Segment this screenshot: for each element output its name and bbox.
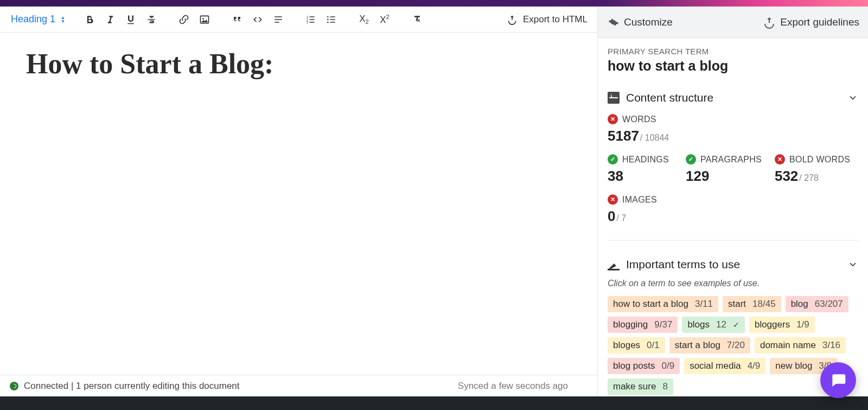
svg-point-7	[327, 21, 329, 23]
heading-style-label: Heading 1	[11, 14, 55, 25]
connection-status-icon	[10, 382, 18, 390]
term-name: how to start a blog	[613, 299, 688, 310]
paragraphs-label: ✓ PARAGRAPHS	[686, 154, 762, 165]
subscript-button[interactable]: X2	[355, 10, 373, 29]
image-button[interactable]	[195, 10, 214, 29]
export-guidelines-label: Export guidelines	[780, 16, 859, 28]
image-icon	[199, 14, 210, 25]
term-chip[interactable]: bloges0/1	[608, 337, 665, 354]
chevron-down-icon	[847, 92, 858, 103]
bottom-strip	[0, 396, 868, 410]
terms-hint: Click on a term to see examples of use.	[608, 279, 858, 288]
bold-value: 532/ 278	[775, 168, 850, 185]
updown-icon: ▲▼	[61, 16, 65, 23]
term-name: bloges	[613, 340, 640, 351]
superscript-button[interactable]: X2	[375, 10, 394, 29]
term-ratio: 8	[662, 381, 667, 392]
term-name: social media	[690, 361, 741, 371]
term-chip[interactable]: bloggers1/9	[749, 317, 815, 333]
structure-icon	[608, 92, 620, 104]
chat-icon	[829, 371, 847, 389]
important-terms-toggle[interactable]: Important terms to use	[608, 258, 858, 271]
words-label: ✕ WORDS	[608, 114, 858, 124]
images-label: ✕ IMAGES	[608, 194, 858, 205]
words-value: 5187/ 10844	[608, 128, 858, 144]
bold-button[interactable]	[80, 10, 99, 29]
svg-point-6	[327, 18, 329, 20]
term-name: blogs	[687, 319, 710, 330]
editor-toolbar: Heading 1 ▲▼ 123 X2 X2	[0, 7, 597, 33]
term-ratio: 0/9	[662, 361, 675, 371]
document-body[interactable]: How to Start a Blog:	[0, 33, 597, 375]
editor-pane: Heading 1 ▲▼ 123 X2 X2	[0, 7, 598, 396]
term-name: blogging	[613, 319, 648, 330]
content-structure-panel: Content structure ✕ WORDS 5187/ 10844	[608, 91, 858, 225]
term-ratio: 7/20	[727, 340, 745, 351]
term-chip[interactable]: blogs12✓	[682, 317, 745, 333]
term-ratio: 0/1	[647, 340, 660, 351]
superscript-icon: X2	[380, 14, 389, 26]
term-ratio: 4/9	[748, 361, 761, 371]
term-name: bloggers	[755, 319, 790, 330]
unordered-list-button[interactable]	[322, 10, 341, 29]
svg-point-5	[327, 16, 329, 17]
term-name: new blog	[775, 361, 812, 371]
italic-button[interactable]	[101, 10, 119, 29]
status-bad-icon: ✕	[775, 154, 785, 165]
check-icon: ✓	[733, 320, 739, 329]
primary-term-label: PRIMARY SEARCH TERM	[608, 47, 858, 56]
headings-label: ✓ HEADINGS	[608, 154, 673, 165]
align-button[interactable]	[269, 10, 288, 29]
connection-status-text: Connected | 1 person currently editing t…	[24, 381, 240, 392]
link-button[interactable]	[175, 10, 193, 29]
svg-text:3: 3	[307, 20, 308, 23]
term-ratio: 18/45	[752, 299, 776, 310]
bold-label: ✕ BOLD WORDS	[775, 154, 850, 165]
term-name: start	[728, 299, 746, 310]
export-html-button[interactable]: Export to HTML	[507, 14, 588, 25]
term-chip[interactable]: social media4/9	[684, 358, 765, 374]
term-chip[interactable]: blog posts0/9	[608, 358, 680, 374]
term-chip[interactable]: start18/45	[723, 296, 781, 312]
clear-format-icon	[412, 14, 423, 25]
term-ratio: 3/16	[822, 340, 840, 351]
ordered-list-button[interactable]: 123	[302, 10, 320, 29]
term-name: domain name	[760, 340, 816, 351]
status-ok-icon: ✓	[608, 154, 618, 165]
headings-value: 38	[608, 168, 673, 185]
gear-icon	[607, 16, 620, 29]
term-ratio: 9/37	[654, 319, 672, 330]
term-chip[interactable]: blog63/207	[786, 296, 848, 312]
export-guidelines-button[interactable]: Export guidelines	[763, 16, 859, 29]
code-button[interactable]	[248, 10, 267, 29]
underline-button[interactable]	[122, 10, 140, 29]
chevron-down-icon	[847, 259, 858, 270]
bullet-list-icon	[326, 14, 337, 25]
term-chip[interactable]: start a blog7/20	[669, 337, 750, 354]
term-name: blog	[791, 299, 808, 310]
chat-launcher-button[interactable]	[820, 362, 856, 398]
clear-format-button[interactable]	[408, 10, 426, 29]
svg-point-1	[202, 18, 204, 20]
paragraphs-value: 129	[686, 168, 762, 185]
images-value: 0/ 7	[608, 208, 858, 225]
content-structure-toggle[interactable]: Content structure	[608, 91, 858, 104]
term-chip[interactable]: blogging9/37	[608, 317, 678, 333]
quote-icon	[232, 14, 242, 25]
subscript-icon: X2	[359, 14, 368, 25]
quote-button[interactable]	[228, 10, 246, 29]
term-chip[interactable]: how to start a blog3/11	[608, 296, 718, 312]
term-ratio: 12	[716, 319, 726, 330]
underline-icon	[125, 14, 136, 25]
term-chip[interactable]: domain name3/16	[755, 337, 846, 354]
heading-style-select[interactable]: Heading 1 ▲▼	[10, 11, 66, 27]
strike-button[interactable]	[142, 10, 161, 29]
document-title[interactable]: How to Start a Blog:	[26, 48, 571, 80]
export-icon	[763, 16, 776, 29]
pencil-icon	[608, 258, 620, 270]
status-bar: Connected | 1 person currently editing t…	[0, 375, 597, 396]
term-chip[interactable]: make sure8	[608, 379, 673, 395]
term-ratio: 1/9	[796, 319, 809, 330]
term-name: blog posts	[613, 361, 655, 371]
customize-button[interactable]: Customize	[607, 16, 673, 29]
